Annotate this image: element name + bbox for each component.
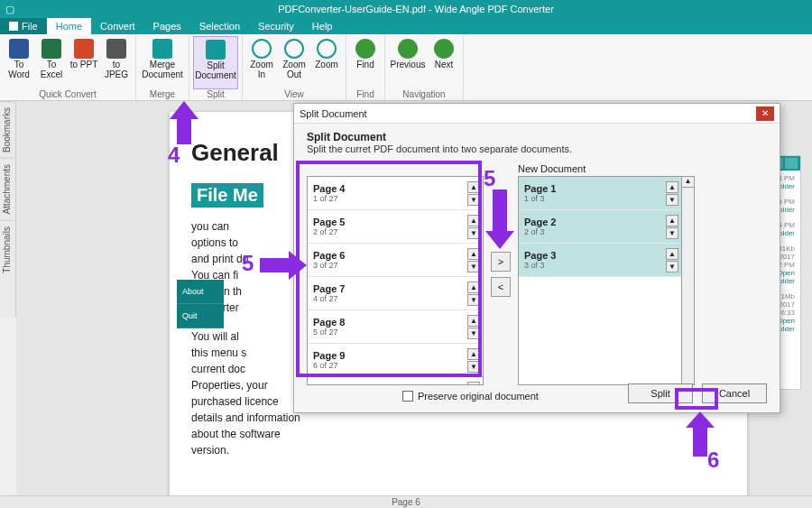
ribbon-prev[interactable]: Previous xyxy=(389,36,427,89)
move-up-icon[interactable]: ▲ xyxy=(467,315,480,327)
new-list-item[interactable]: Page 33 of 3▲▼ xyxy=(519,244,681,277)
ribbon-split[interactable]: Split Document xyxy=(193,36,238,89)
ribbon-group-navigation-label: Navigation xyxy=(389,89,459,100)
current-document-list[interactable]: Page 41 of 27▲▼Page 52 of 27▲▼Page 63 of… xyxy=(307,176,484,385)
window-title: PDFConverter-UserGuide-EN.pdf - Wide Ang… xyxy=(20,4,812,14)
ribbon-zoom-in-label: Zoom In xyxy=(246,60,277,79)
ribbon: To Word To Excel to PPT to JPEG Quick Co… xyxy=(0,34,812,101)
ribbon-find[interactable]: Find xyxy=(350,36,381,89)
current-list-item[interactable]: Page 63 of 27▲▼ xyxy=(308,244,483,277)
menu-file[interactable]: File xyxy=(0,18,47,34)
move-down-icon[interactable]: ▼ xyxy=(467,328,480,339)
ribbon-group-quickconvert-label: Quick Convert xyxy=(4,89,132,100)
dialog-subheading: Split the curret PDF document into two s… xyxy=(307,143,767,154)
ribbon-zoom-in[interactable]: Zoom In xyxy=(246,36,277,89)
file-side-menu: About Quit xyxy=(177,280,224,328)
ribbon-find-label: Find xyxy=(356,60,374,70)
move-up-icon[interactable]: ▲ xyxy=(666,248,678,260)
current-list-item[interactable]: Page 10▲▼ xyxy=(308,377,483,385)
dialog-heading: Split Document xyxy=(307,131,767,143)
current-list-item[interactable]: Page 96 of 27▲▼ xyxy=(308,344,483,377)
preserve-original-label: Preserve original document xyxy=(418,391,539,402)
file-side-quit[interactable]: Quit xyxy=(177,304,224,328)
ribbon-to-word-label: To Word xyxy=(4,60,34,79)
new-list-item[interactable]: Page 22 of 3▲▼ xyxy=(519,210,681,244)
side-tabs: Bookmarks Attachments Thumbnails xyxy=(0,101,16,318)
status-page: Page 6 xyxy=(392,497,420,507)
window-titlebar: ▢ PDFConverter-UserGuide-EN.pdf - Wide A… xyxy=(0,0,812,18)
move-down-icon[interactable]: ▼ xyxy=(467,294,480,306)
move-down-icon[interactable]: ▼ xyxy=(467,227,480,239)
app-icon: ▢ xyxy=(0,4,20,15)
ribbon-merge[interactable]: Merge Document xyxy=(140,36,185,89)
ribbon-group-merge-label: Merge xyxy=(140,89,185,100)
new-list-item[interactable]: Page 11 of 3▲▼ xyxy=(519,177,681,210)
ribbon-zoom-out[interactable]: Zoom Out xyxy=(279,36,309,89)
current-list-item[interactable]: Page 85 of 27▲▼ xyxy=(308,310,483,344)
new-document-label: New Document xyxy=(518,163,695,174)
sidetab-attachments[interactable]: Attachments xyxy=(0,158,14,220)
ribbon-group-split-label: Split xyxy=(193,89,238,100)
close-icon[interactable] xyxy=(785,158,798,169)
move-up-icon[interactable]: ▲ xyxy=(467,215,480,226)
ribbon-to-excel-label: To Excel xyxy=(36,60,67,79)
ribbon-to-word[interactable]: To Word xyxy=(4,36,34,89)
ribbon-to-ppt-label: to PPT xyxy=(70,60,98,70)
current-list-item[interactable]: Page 41 of 27▲▼ xyxy=(308,177,483,210)
ribbon-to-excel[interactable]: To Excel xyxy=(36,36,67,89)
menu-home[interactable]: Home xyxy=(47,18,91,34)
split-button[interactable]: Split xyxy=(628,383,693,403)
page-subheading: File Me xyxy=(191,183,263,208)
move-right-button[interactable]: > xyxy=(491,252,511,272)
ribbon-group-merge: Merge Document Merge xyxy=(136,34,189,100)
move-up-icon[interactable]: ▲ xyxy=(467,348,480,360)
current-list-item[interactable]: Page 74 of 27▲▼ xyxy=(308,277,483,310)
move-down-icon[interactable]: ▼ xyxy=(666,227,678,239)
menu-convert[interactable]: Convert xyxy=(91,18,144,34)
sidetab-bookmarks[interactable]: Bookmarks xyxy=(0,101,14,158)
move-down-icon[interactable]: ▼ xyxy=(467,194,480,206)
preserve-original-checkbox[interactable]: Preserve original document xyxy=(402,391,539,402)
split-document-dialog: Split Document ✕ Split Document Split th… xyxy=(293,103,780,413)
menu-strip: File Home Convert Pages Selection Securi… xyxy=(0,18,812,34)
current-list-item[interactable]: Page 52 of 27▲▼ xyxy=(308,210,483,244)
new-document-list[interactable]: Page 11 of 3▲▼Page 22 of 3▲▼Page 33 of 3… xyxy=(518,176,682,385)
move-up-icon[interactable]: ▲ xyxy=(467,382,480,386)
status-bar: Page 6 xyxy=(0,495,812,508)
menu-pages[interactable]: Pages xyxy=(144,18,190,34)
move-up-icon[interactable]: ▲ xyxy=(467,181,480,193)
move-down-icon[interactable]: ▼ xyxy=(467,361,480,373)
ribbon-split-label: Split Document xyxy=(194,61,237,80)
move-up-icon[interactable]: ▲ xyxy=(467,248,480,260)
ribbon-zoom-label: Zoom xyxy=(315,60,338,70)
cancel-button[interactable]: Cancel xyxy=(702,383,767,403)
ribbon-group-view-label: View xyxy=(246,89,342,100)
move-left-button[interactable]: < xyxy=(491,277,511,297)
move-up-icon[interactable]: ▲ xyxy=(467,282,480,293)
ribbon-group-navigation: Previous Next Navigation xyxy=(385,34,464,100)
move-down-icon[interactable]: ▼ xyxy=(467,261,480,272)
menu-help[interactable]: Help xyxy=(303,18,342,34)
ribbon-to-ppt[interactable]: to PPT xyxy=(69,36,99,89)
ribbon-group-quickconvert: To Word To Excel to PPT to JPEG Quick Co… xyxy=(0,34,136,100)
menu-security[interactable]: Security xyxy=(249,18,303,34)
dialog-close-button[interactable]: ✕ xyxy=(756,106,774,121)
file-side-about[interactable]: About xyxy=(177,280,224,304)
move-buttons: > < xyxy=(491,163,511,385)
move-up-icon[interactable]: ▲ xyxy=(666,215,678,226)
ribbon-prev-label: Previous xyxy=(391,60,426,70)
move-down-icon[interactable]: ▼ xyxy=(666,194,678,206)
sidetab-thumbnails[interactable]: Thumbnails xyxy=(0,220,14,279)
new-list-scrollbar[interactable]: ▲ xyxy=(682,176,695,385)
dialog-titlebar[interactable]: Split Document ✕ xyxy=(294,104,780,124)
ribbon-group-find: Find Find xyxy=(346,34,385,100)
ribbon-next[interactable]: Next xyxy=(429,36,459,89)
checkbox-icon xyxy=(402,391,413,402)
ribbon-to-jpeg[interactable]: to JPEG xyxy=(101,36,132,89)
menu-selection[interactable]: Selection xyxy=(190,18,249,34)
ribbon-next-label: Next xyxy=(435,60,454,70)
ribbon-zoom[interactable]: Zoom xyxy=(311,36,342,89)
ribbon-group-find-label: Find xyxy=(350,89,381,100)
move-down-icon[interactable]: ▼ xyxy=(666,261,678,272)
move-up-icon[interactable]: ▲ xyxy=(666,181,678,193)
